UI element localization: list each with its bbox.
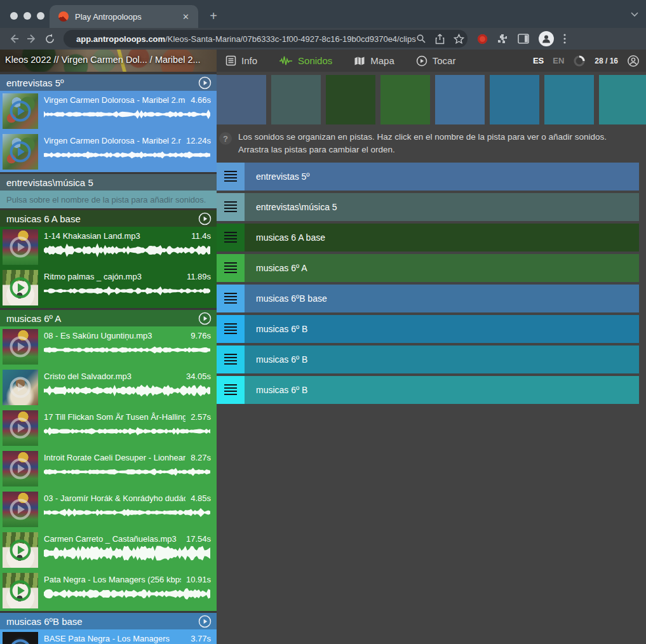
forward-button[interactable] (23, 30, 41, 48)
clip-row[interactable]: Introit Rorate Caeli Desuper - Lionheart… (0, 448, 217, 489)
play-circle-icon (416, 55, 427, 67)
track-color-tile[interactable] (599, 75, 646, 124)
clip-play-overlay-icon[interactable] (9, 457, 32, 480)
track-color-tile[interactable] (380, 75, 430, 124)
zoom-page-icon[interactable] (416, 34, 426, 44)
clip-play-overlay-icon[interactable] (9, 100, 32, 123)
url-domain: app.antropoloops.com (76, 34, 165, 44)
track-drag-handle[interactable] (217, 254, 245, 282)
window-minimize-button[interactable] (24, 12, 31, 20)
reload-button[interactable] (41, 30, 58, 48)
track-drag-handle[interactable] (217, 193, 245, 221)
track-row-name[interactable]: entrevistas 5º (245, 163, 639, 191)
clip-row[interactable]: 17 Till Flickan Som Är Tusen År-Halling … (0, 408, 217, 448)
track-header[interactable]: musicas 6 A base (0, 210, 217, 227)
track-header[interactable]: entrevistas 5º (0, 74, 217, 91)
track-row-label: musicas 6º A (256, 263, 307, 273)
track-row-name[interactable]: musicas 6º B (245, 376, 639, 404)
clip-waveform (44, 283, 211, 299)
clip-row[interactable]: Ritmo palmas _ cajón.mp311.89s (0, 267, 217, 308)
breadcrumb[interactable]: Kleos 2022 // Virgen Carmen Dol... / Mar… (5, 55, 201, 65)
extensions-puzzle-icon[interactable] (497, 33, 508, 44)
window-maximize-button[interactable] (37, 12, 44, 20)
clip-row[interactable]: Pata Negra - Los Managers (256 kbps).mp3… (0, 570, 217, 611)
clip-row[interactable]: Carmen Carreto _ Castañuelas.mp317.54s (0, 530, 217, 570)
clip-play-overlay-icon[interactable] (9, 498, 32, 521)
track-drag-handle[interactable] (217, 315, 245, 343)
clip-play-overlay-icon[interactable] (9, 140, 32, 163)
track-row-name[interactable]: musicas 6 A base (245, 224, 639, 252)
clip-row[interactable]: Virgen Carmen Dolorosa - Maribel 2.mp34.… (0, 91, 217, 131)
tab-sonidos[interactable]: Sonidos (279, 55, 332, 66)
tab-tocar[interactable]: Tocar (416, 55, 456, 67)
track-row-name[interactable]: musicas 6ºB base (245, 285, 639, 312)
browser-tab[interactable]: Play Antropoloops ✕ (50, 5, 198, 28)
track-row-name[interactable]: entrevistas\música 5 (245, 193, 639, 221)
clip-play-overlay-icon[interactable] (9, 579, 32, 602)
track-color-tile[interactable] (271, 75, 321, 124)
track-header[interactable]: entrevistas\música 5 (0, 174, 217, 191)
bookmark-star-icon[interactable] (454, 34, 464, 44)
clip-thumbnail (3, 329, 38, 365)
account-icon[interactable] (627, 55, 640, 67)
track-color-tile[interactable] (326, 75, 375, 124)
track-drag-handle[interactable] (217, 163, 245, 191)
tab-info[interactable]: Info (225, 55, 257, 66)
back-button[interactable] (5, 30, 23, 48)
play-track-icon[interactable] (198, 312, 212, 325)
lang-en-button[interactable]: EN (553, 56, 564, 65)
address-bar[interactable]: app.antropoloops.com/Kleos-Santa-Marina/… (64, 30, 468, 48)
clip-play-overlay-icon[interactable] (9, 236, 32, 258)
play-track-icon[interactable] (198, 212, 212, 225)
clip-play-overlay-icon[interactable] (9, 638, 32, 644)
clip-row[interactable]: Virgen Carmen Dolorosa - Maribel 2.mp312… (0, 131, 217, 172)
clip-waveform (44, 464, 211, 480)
share-icon[interactable] (435, 34, 445, 44)
clip-waveform (44, 147, 211, 163)
track-drag-handle[interactable] (217, 224, 245, 252)
track-drag-handle[interactable] (217, 345, 245, 373)
window-controls[interactable] (10, 12, 44, 20)
track-header[interactable]: musicas 6º A (0, 310, 217, 326)
clip-play-overlay-icon[interactable] (9, 539, 32, 561)
clip-thumbnail (3, 532, 38, 568)
track-color-tile[interactable] (544, 75, 594, 124)
clip-row[interactable]: 03 - Jaromír Horák & Konrádyho dudácká .… (0, 489, 217, 530)
track-row-name[interactable]: musicas 6º A (245, 254, 639, 282)
track-row-label: musicas 6 A base (256, 232, 325, 243)
track-header[interactable]: musicas 6ºB base (0, 613, 217, 629)
new-tab-button[interactable]: + (205, 7, 222, 25)
track-row-name[interactable]: musicas 6º B (245, 315, 639, 343)
clip-row[interactable]: Cristo del Salvador.mp334.05s (0, 367, 217, 408)
play-track-icon[interactable] (198, 76, 212, 90)
clip-play-overlay-icon[interactable] (9, 335, 32, 358)
drag-handle-icon (224, 262, 237, 274)
clip-title: Pata Negra - Los Managers (256 kbps).mp3 (44, 575, 181, 584)
track-color-tile[interactable] (435, 75, 485, 124)
clip-row[interactable]: 1-14 Khakasian Land.mp311.4s (0, 227, 217, 267)
clip-play-overlay-icon[interactable] (9, 376, 32, 399)
track-row: musicas 6 A base (217, 224, 639, 252)
clip-play-overlay-icon[interactable] (9, 276, 32, 299)
tab-mapa[interactable]: Mapa (354, 55, 394, 66)
clip-row[interactable]: 08 - Es Sakūru Uguntiņu.mp39.76s (0, 326, 217, 367)
clip-title: Carmen Carreto _ Castañuelas.mp3 (44, 534, 177, 544)
track-drag-handle[interactable] (217, 285, 245, 312)
track-drag-handle[interactable] (217, 376, 245, 404)
profile-avatar[interactable] (539, 31, 554, 46)
track-color-tile[interactable] (217, 75, 266, 124)
lang-es-button[interactable]: ES (533, 56, 544, 65)
tab-close-icon[interactable]: ✕ (180, 11, 192, 23)
tab-info-label: Info (241, 55, 257, 66)
track-row-name[interactable]: musicas 6º B (245, 345, 639, 373)
clip-play-overlay-icon[interactable] (9, 417, 32, 439)
sidebar-track: entrevistas\música 5Pulsa sobre el nombr… (0, 174, 217, 208)
tabstrip-chevron-icon[interactable] (629, 9, 640, 19)
browser-menu-icon[interactable] (563, 34, 566, 44)
clip-row[interactable]: BASE Pata Negra - Los Managers3.77s (0, 629, 217, 644)
track-color-tile[interactable] (490, 75, 539, 124)
side-panel-icon[interactable] (518, 34, 529, 44)
recorder-extension-icon[interactable] (478, 34, 487, 44)
window-close-button[interactable] (10, 12, 18, 20)
play-track-icon[interactable] (198, 615, 212, 628)
